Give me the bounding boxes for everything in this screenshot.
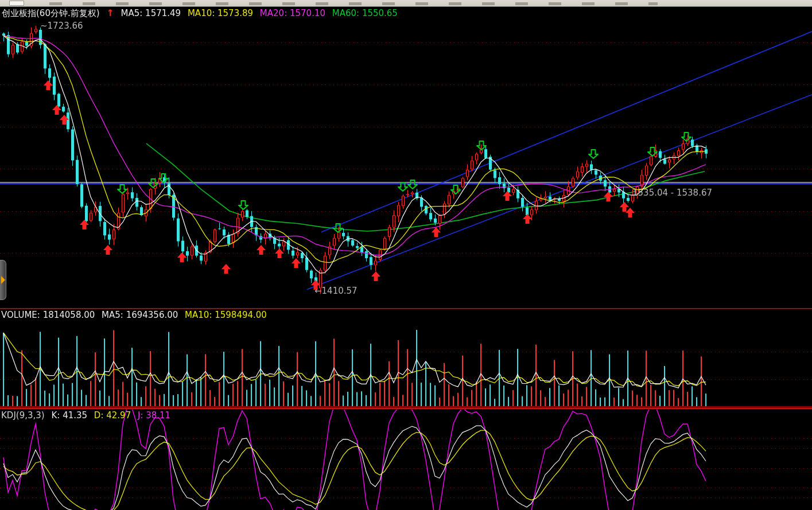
low-price-annotation: ←1410.57: [314, 286, 358, 296]
instrument-title: 创业板指(60分钟.前复权): [2, 8, 100, 18]
volume-readout: VOLUME: 1814058.00: [1, 310, 95, 320]
ma20-readout: MA20: 1570.10: [260, 8, 325, 18]
volume-ma10-readout: MA10: 1598494.00: [185, 310, 267, 320]
trading-app-window: 创业板指(60分钟.前复权) ↑ MA5: 1571.49 MA10: 1573…: [0, 0, 812, 510]
ma60-readout: MA60: 1550.65: [332, 8, 398, 18]
kdj-title: KDJ(9,3,3): [1, 410, 45, 421]
sidebar-expand-toggle[interactable]: [0, 260, 6, 300]
toolbar-button[interactable]: [9, 1, 24, 6]
kdj-d-readout: D: 42.97: [94, 410, 131, 421]
expand-arrow-icon: [1, 276, 5, 284]
kdj-k-readout: K: 41.35: [51, 410, 87, 421]
kdj-j-readout: J: 38.11: [138, 410, 170, 421]
volume-ma5-readout: MA5: 1694356.00: [102, 310, 178, 320]
toolbar-menu-items[interactable]: [49, 2, 658, 5]
hline-price-annotation: 1535.04 - 1538.67: [632, 188, 712, 198]
trend-up-icon: ↑: [106, 7, 114, 18]
chart-canvas[interactable]: [0, 0, 812, 510]
ma5-readout: MA5: 1571.49: [121, 8, 181, 18]
ma10-readout: MA10: 1573.89: [188, 8, 253, 18]
volume-pane-header: VOLUME: 1814058.00 MA5: 1694356.00 MA10:…: [1, 310, 271, 320]
top-menu-bar[interactable]: [0, 0, 812, 7]
high-price-annotation: ~1723.66: [40, 21, 83, 31]
kdj-pane-header: KDJ(9,3,3) K: 41.35 D: 42.97 J: 38.11: [1, 410, 174, 421]
main-chart-header: 创业板指(60分钟.前复权) ↑ MA5: 1571.49 MA10: 1573…: [2, 7, 402, 19]
